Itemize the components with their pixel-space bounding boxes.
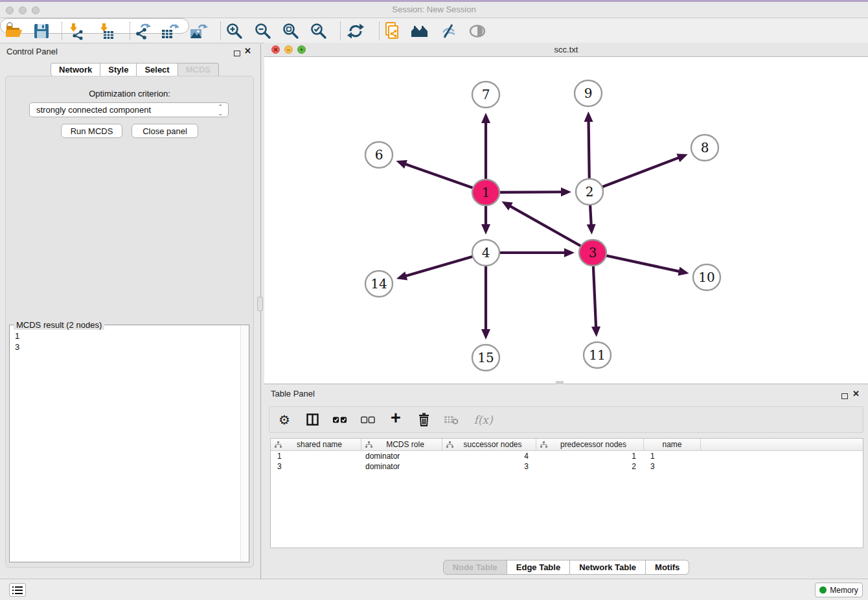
table-row[interactable]: 3 dominator 3 2 3 (271, 461, 863, 472)
tab-network-table[interactable]: Network Table (570, 560, 646, 575)
memory-label: Memory (830, 586, 858, 595)
control-panel-float-icon[interactable] (234, 47, 240, 59)
zoom-in-icon[interactable] (225, 22, 244, 40)
network-minimize-button[interactable]: − (284, 45, 293, 54)
network-canvas[interactable]: 7968124314101511 (264, 57, 868, 384)
vertical-splitter-grip[interactable] (257, 297, 263, 311)
control-panel-close-icon[interactable]: ✕ (244, 48, 251, 54)
mcds-result-scrollbar[interactable] (240, 326, 248, 561)
network-maximize-button[interactable]: + (297, 45, 306, 54)
column-hierarchy-icon (365, 441, 372, 448)
minimize-window-button[interactable] (19, 6, 27, 14)
tab-node-table[interactable]: Node Table (443, 560, 507, 575)
cell-predecessor-nodes: 1 (536, 451, 644, 461)
canvas-splitter-grip[interactable] (556, 381, 564, 384)
import-table-icon[interactable] (97, 22, 117, 40)
show-columns-icon[interactable] (305, 412, 319, 428)
toolbar-separator (340, 22, 341, 40)
network-window-titlebar[interactable]: ✕ − + scc.txt (264, 43, 868, 57)
network-close-button[interactable]: ✕ (271, 45, 280, 54)
graph-node-label: 7 (482, 87, 490, 102)
delete-table-icon[interactable] (444, 412, 459, 428)
toolbar-separator (379, 22, 380, 40)
graph-edge-arrowhead (561, 187, 571, 196)
cell-mcds-role: dominator (361, 451, 442, 461)
save-session-icon[interactable] (32, 22, 51, 40)
column-header-successor-nodes[interactable]: successor nodes (442, 439, 536, 450)
graph-edge-3-1[interactable] (509, 205, 593, 253)
graph-node-label: 15 (477, 350, 494, 365)
network-graph[interactable]: 7968124314101511 (264, 57, 868, 384)
graph-node-label: 9 (584, 86, 593, 101)
close-panel-button[interactable]: Close panel (131, 124, 198, 138)
graph-node-label: 1 (482, 185, 490, 200)
vertical-splitter[interactable] (260, 44, 261, 579)
function-builder-icon[interactable]: f(x) (472, 412, 494, 428)
mcds-result-text[interactable]: 1 3 (15, 330, 19, 352)
tab-motifs[interactable]: Motifs (646, 560, 689, 575)
select-all-icon[interactable] (333, 412, 347, 428)
cell-shared-name: 1 (271, 451, 361, 461)
open-file-icon[interactable] (5, 22, 24, 40)
task-history-button[interactable] (9, 583, 26, 597)
table-panel-float-icon[interactable] (841, 390, 848, 402)
mcds-result-box: MCDS result (2 nodes) 1 3 (9, 325, 249, 562)
column-header-predecessor-nodes[interactable]: predecessor nodes (536, 439, 644, 450)
tab-select[interactable]: Select (137, 63, 177, 76)
zoom-fit-icon[interactable] (281, 22, 301, 40)
tab-edge-table[interactable]: Edge Table (507, 560, 570, 575)
app-titlebar: Session: New Session (0, 2, 868, 18)
zoom-out-icon[interactable] (253, 22, 273, 40)
cell-mcds-role: dominator (361, 461, 442, 472)
show-graphics-details-icon[interactable] (468, 22, 487, 40)
export-table-icon[interactable] (160, 22, 179, 40)
tab-style[interactable]: Style (100, 63, 137, 76)
table-panel-close-icon[interactable]: ✕ (852, 391, 860, 397)
memory-status-icon (819, 586, 827, 594)
table-header-row: shared name MCDS role successor nodes pr… (271, 439, 863, 451)
cell-shared-name: 3 (271, 461, 361, 472)
graph-edge-2-8[interactable] (589, 157, 680, 192)
list-icon (12, 586, 23, 594)
node-table: shared name MCDS role successor nodes pr… (270, 438, 863, 548)
column-header-mcds-role[interactable]: MCDS role (361, 439, 442, 450)
toolbar-separator (130, 22, 130, 40)
import-network-icon[interactable] (67, 22, 86, 40)
graph-node-label: 2 (586, 184, 594, 200)
run-mcds-button[interactable]: Run MCDS (61, 124, 122, 138)
delete-column-icon[interactable] (417, 412, 431, 428)
hide-graphics-details-icon[interactable] (439, 22, 458, 40)
cell-predecessor-nodes: 2 (536, 461, 644, 472)
graph-edge-arrowhead (396, 160, 407, 168)
network-overview-icon[interactable] (410, 22, 429, 40)
export-image-icon[interactable] (188, 22, 208, 40)
tab-network[interactable]: Network (51, 63, 100, 76)
column-header-shared-name[interactable]: shared name (271, 439, 361, 450)
zoom-selected-icon[interactable] (309, 22, 328, 40)
clone-network-icon[interactable] (382, 22, 402, 40)
tab-mcds[interactable]: MCDS (178, 63, 219, 76)
add-column-icon[interactable]: + (389, 412, 403, 428)
table-toolbar: ⚙ + f(x) (269, 406, 863, 433)
close-window-button[interactable] (6, 6, 14, 14)
export-network-icon[interactable] (132, 22, 152, 40)
graph-edge-arrowhead (481, 224, 490, 235)
zoom-window-button[interactable] (32, 6, 40, 14)
table-options-gear-icon[interactable]: ⚙ (277, 412, 291, 428)
deselect-all-icon[interactable] (361, 412, 375, 428)
column-hierarchy-icon (446, 441, 453, 448)
cell-successor-nodes: 4 (442, 451, 536, 461)
graph-node-label: 11 (589, 347, 605, 363)
control-panel-title: Control Panel (6, 47, 58, 56)
mcds-result-title: MCDS result (2 nodes) (14, 320, 104, 330)
graph-edge-arrowhead (481, 329, 490, 340)
graph-edge-arrowhead (564, 248, 575, 257)
table-row[interactable]: 1 dominator 4 1 1 (271, 451, 863, 461)
memory-button[interactable]: Memory (815, 583, 863, 597)
window-title: Session: New Session (0, 2, 868, 17)
column-header-name[interactable]: name (644, 439, 701, 450)
optimization-criterion-select[interactable]: strongly connected component ⌃⌄ (29, 102, 229, 117)
graph-edge-arrowhead (481, 113, 490, 123)
refresh-layout-icon[interactable] (346, 22, 365, 40)
cell-name: 1 (644, 451, 701, 461)
